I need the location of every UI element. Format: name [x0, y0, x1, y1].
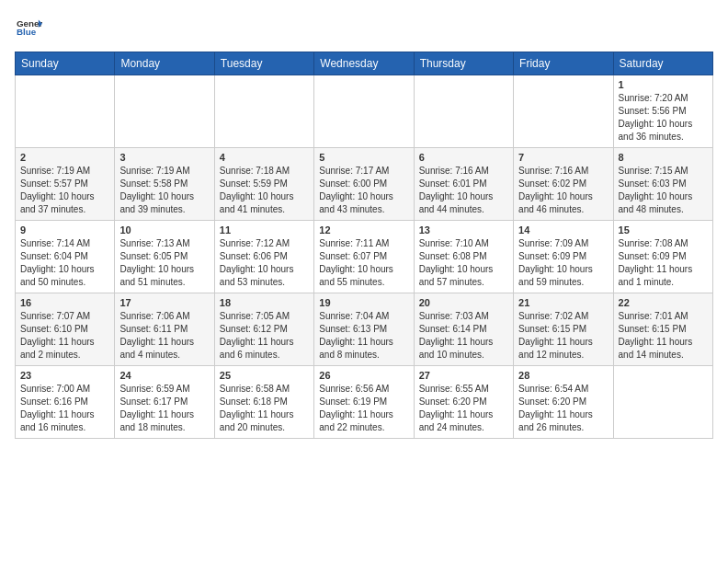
day-info: Sunrise: 7:19 AM Sunset: 5:58 PM Dayligh…: [119, 165, 209, 216]
calendar-week-row: 2Sunrise: 7:19 AM Sunset: 5:57 PM Daylig…: [16, 148, 713, 221]
day-of-week-header: Saturday: [613, 52, 712, 75]
day-number: 16: [20, 297, 109, 308]
day-info: Sunrise: 7:00 AM Sunset: 6:16 PM Dayligh…: [20, 383, 109, 434]
day-number: 25: [220, 370, 309, 381]
day-number: 4: [220, 152, 309, 163]
day-info: Sunrise: 7:09 AM Sunset: 6:09 PM Dayligh…: [518, 237, 608, 289]
day-info: Sunrise: 7:20 AM Sunset: 5:56 PM Dayligh…: [619, 92, 708, 144]
day-number: 18: [220, 297, 309, 308]
day-number: 22: [619, 297, 708, 308]
calendar-cell: 1Sunrise: 7:20 AM Sunset: 5:56 PM Daylig…: [613, 75, 712, 148]
day-info: Sunrise: 7:18 AM Sunset: 5:59 PM Dayligh…: [220, 165, 309, 216]
logo-icon: General Blue: [17, 15, 42, 40]
calendar-header-row: SundayMondayTuesdayWednesdayThursdayFrid…: [16, 52, 713, 75]
calendar-cell: 21Sunrise: 7:02 AM Sunset: 6:15 PM Dayli…: [514, 293, 613, 366]
calendar-cell: 5Sunrise: 7:17 AM Sunset: 6:00 PM Daylig…: [314, 148, 414, 221]
day-info: Sunrise: 7:16 AM Sunset: 6:01 PM Dayligh…: [419, 165, 508, 216]
logo: General Blue: [15, 15, 42, 44]
day-info: Sunrise: 7:05 AM Sunset: 6:12 PM Dayligh…: [220, 310, 309, 362]
day-of-week-header: Thursday: [414, 52, 513, 75]
calendar-cell: 15Sunrise: 7:08 AM Sunset: 6:09 PM Dayli…: [613, 221, 712, 293]
day-info: Sunrise: 7:01 AM Sunset: 6:15 PM Dayligh…: [619, 310, 708, 362]
day-number: 12: [319, 224, 408, 236]
day-number: 21: [518, 297, 608, 308]
day-info: Sunrise: 7:15 AM Sunset: 6:03 PM Dayligh…: [619, 165, 708, 216]
calendar-cell: 25Sunrise: 6:58 AM Sunset: 6:18 PM Dayli…: [214, 366, 313, 439]
day-info: Sunrise: 7:10 AM Sunset: 6:08 PM Dayligh…: [419, 237, 508, 289]
day-number: 23: [20, 370, 109, 381]
calendar-cell: 20Sunrise: 7:03 AM Sunset: 6:14 PM Dayli…: [414, 293, 513, 366]
day-number: 20: [419, 297, 508, 308]
day-info: Sunrise: 7:07 AM Sunset: 6:10 PM Dayligh…: [20, 310, 109, 362]
calendar-week-row: 16Sunrise: 7:07 AM Sunset: 6:10 PM Dayli…: [16, 293, 713, 366]
day-number: 27: [419, 370, 508, 381]
calendar-cell: 18Sunrise: 7:05 AM Sunset: 6:12 PM Dayli…: [214, 293, 313, 366]
calendar-cell: [514, 75, 613, 148]
day-number: 15: [619, 224, 708, 236]
day-number: 10: [119, 224, 209, 236]
day-info: Sunrise: 6:58 AM Sunset: 6:18 PM Dayligh…: [220, 383, 309, 434]
calendar-cell: 8Sunrise: 7:15 AM Sunset: 6:03 PM Daylig…: [613, 148, 712, 221]
calendar-cell: 28Sunrise: 6:54 AM Sunset: 6:20 PM Dayli…: [514, 366, 613, 439]
calendar-cell: 27Sunrise: 6:55 AM Sunset: 6:20 PM Dayli…: [414, 366, 513, 439]
day-info: Sunrise: 7:08 AM Sunset: 6:09 PM Dayligh…: [619, 237, 708, 289]
calendar-table: SundayMondayTuesdayWednesdayThursdayFrid…: [15, 52, 713, 439]
day-of-week-header: Wednesday: [314, 52, 414, 75]
day-number: 24: [119, 370, 209, 381]
calendar-cell: 26Sunrise: 6:56 AM Sunset: 6:19 PM Dayli…: [314, 366, 414, 439]
day-number: 3: [119, 152, 209, 163]
calendar-cell: 23Sunrise: 7:00 AM Sunset: 6:16 PM Dayli…: [16, 366, 115, 439]
day-info: Sunrise: 6:59 AM Sunset: 6:17 PM Dayligh…: [119, 383, 209, 434]
day-info: Sunrise: 7:19 AM Sunset: 5:57 PM Dayligh…: [20, 165, 109, 216]
calendar-cell: 4Sunrise: 7:18 AM Sunset: 5:59 PM Daylig…: [214, 148, 313, 221]
calendar-cell: 17Sunrise: 7:06 AM Sunset: 6:11 PM Dayli…: [115, 293, 214, 366]
calendar-week-row: 1Sunrise: 7:20 AM Sunset: 5:56 PM Daylig…: [16, 75, 713, 148]
calendar-cell: 16Sunrise: 7:07 AM Sunset: 6:10 PM Dayli…: [16, 293, 115, 366]
day-of-week-header: Monday: [115, 52, 214, 75]
calendar-cell: 7Sunrise: 7:16 AM Sunset: 6:02 PM Daylig…: [514, 148, 613, 221]
calendar-cell: 13Sunrise: 7:10 AM Sunset: 6:08 PM Dayli…: [414, 221, 513, 293]
day-number: 11: [220, 224, 309, 236]
calendar-cell: 10Sunrise: 7:13 AM Sunset: 6:05 PM Dayli…: [115, 221, 214, 293]
day-info: Sunrise: 7:14 AM Sunset: 6:04 PM Dayligh…: [20, 237, 109, 289]
day-number: 14: [518, 224, 608, 236]
calendar-cell: [613, 366, 712, 439]
day-number: 17: [119, 297, 209, 308]
day-number: 8: [619, 152, 708, 163]
calendar-cell: 6Sunrise: 7:16 AM Sunset: 6:01 PM Daylig…: [414, 148, 513, 221]
day-number: 1: [619, 79, 708, 90]
day-number: 6: [419, 152, 508, 163]
day-info: Sunrise: 7:11 AM Sunset: 6:07 PM Dayligh…: [319, 237, 408, 289]
calendar-cell: 14Sunrise: 7:09 AM Sunset: 6:09 PM Dayli…: [514, 221, 613, 293]
day-number: 7: [518, 152, 608, 163]
day-number: 13: [419, 224, 508, 236]
day-of-week-header: Sunday: [16, 52, 115, 75]
day-info: Sunrise: 7:04 AM Sunset: 6:13 PM Dayligh…: [319, 310, 408, 362]
day-info: Sunrise: 6:54 AM Sunset: 6:20 PM Dayligh…: [518, 383, 608, 434]
day-number: 19: [319, 297, 408, 308]
calendar-cell: 9Sunrise: 7:14 AM Sunset: 6:04 PM Daylig…: [16, 221, 115, 293]
day-info: Sunrise: 6:56 AM Sunset: 6:19 PM Dayligh…: [319, 383, 408, 434]
calendar-cell: 24Sunrise: 6:59 AM Sunset: 6:17 PM Dayli…: [115, 366, 214, 439]
day-of-week-header: Tuesday: [214, 52, 313, 75]
day-info: Sunrise: 7:12 AM Sunset: 6:06 PM Dayligh…: [220, 237, 309, 289]
calendar-cell: 2Sunrise: 7:19 AM Sunset: 5:57 PM Daylig…: [16, 148, 115, 221]
calendar-week-row: 23Sunrise: 7:00 AM Sunset: 6:16 PM Dayli…: [16, 366, 713, 439]
day-info: Sunrise: 7:02 AM Sunset: 6:15 PM Dayligh…: [518, 310, 608, 362]
calendar-cell: [414, 75, 513, 148]
calendar-week-row: 9Sunrise: 7:14 AM Sunset: 6:04 PM Daylig…: [16, 221, 713, 293]
day-info: Sunrise: 7:06 AM Sunset: 6:11 PM Dayligh…: [119, 310, 209, 362]
svg-text:Blue: Blue: [17, 27, 37, 37]
calendar-cell: [16, 75, 115, 148]
day-info: Sunrise: 6:55 AM Sunset: 6:20 PM Dayligh…: [419, 383, 508, 434]
day-number: 28: [518, 370, 608, 381]
calendar-cell: [314, 75, 414, 148]
page-header: General Blue: [15, 15, 713, 44]
calendar-cell: 12Sunrise: 7:11 AM Sunset: 6:07 PM Dayli…: [314, 221, 414, 293]
calendar-cell: 22Sunrise: 7:01 AM Sunset: 6:15 PM Dayli…: [613, 293, 712, 366]
day-info: Sunrise: 7:03 AM Sunset: 6:14 PM Dayligh…: [419, 310, 508, 362]
calendar-cell: 3Sunrise: 7:19 AM Sunset: 5:58 PM Daylig…: [115, 148, 214, 221]
day-number: 26: [319, 370, 408, 381]
calendar-cell: 11Sunrise: 7:12 AM Sunset: 6:06 PM Dayli…: [214, 221, 313, 293]
day-info: Sunrise: 7:13 AM Sunset: 6:05 PM Dayligh…: [119, 237, 209, 289]
